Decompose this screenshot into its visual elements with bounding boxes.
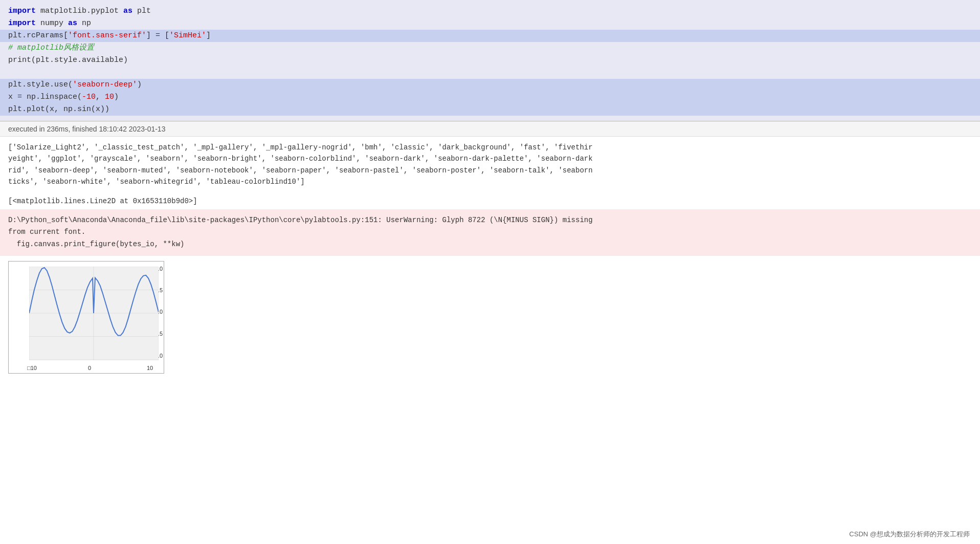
keyword-import2: import	[8, 19, 36, 28]
footer-text: CSDN @想成为数据分析师的开发工程师	[849, 530, 970, 538]
code-section: import matplotlib.pyplot as plt import n…	[0, 0, 980, 121]
num-10: 10	[105, 93, 114, 101]
styles-output: ['Solarize_Light2', '_classic_test_patch…	[0, 137, 980, 193]
chart-container: 1.0 0.5 0.0 □0.5 □1.0	[8, 261, 164, 374]
code-line-7: plt.style.use('seaborn-deep')	[0, 79, 980, 91]
sine-wave-svg	[29, 267, 159, 360]
chart-section: 1.0 0.5 0.0 □0.5 □1.0	[0, 256, 980, 384]
str-font-key: 'font.sans-serif'	[68, 31, 146, 40]
line2d-text: [<matplotlib.lines.Line2D at 0x1653110b9…	[8, 197, 197, 205]
x-label-0: 0	[88, 365, 91, 371]
footer: CSDN @想成为数据分析师的开发工程师	[849, 530, 970, 539]
code-line-2: import numpy as np	[8, 17, 972, 30]
str-seaborn-deep: 'seaborn-deep'	[73, 80, 137, 89]
x-label-10: 10	[147, 365, 153, 371]
code-line-9: plt.plot(x, np.sin(x))	[0, 103, 980, 116]
code-line-4: # matplotlib风格设置	[8, 42, 972, 54]
exec-bar: executed in 236ms, finished 18:10:42 202…	[0, 121, 980, 137]
code-line-1: import matplotlib.pyplot as plt	[8, 5, 972, 17]
warning-section: D:\Python_soft\Anaconda\Anaconda_file\li…	[0, 209, 980, 256]
keyword-as2: as	[68, 19, 77, 28]
warning-text: D:\Python_soft\Anaconda\Anaconda_file\li…	[8, 216, 593, 249]
code-line-3: plt.rcParams['font.sans-serif'] = ['SimH…	[0, 30, 980, 42]
code-line-5: print(plt.style.available)	[8, 54, 972, 67]
exec-text: executed in 236ms, finished 18:10:42 202…	[8, 125, 165, 133]
chart-inner	[29, 267, 159, 360]
code-line-empty	[8, 67, 972, 79]
keyword-import: import	[8, 7, 36, 15]
num-minus10: -10	[82, 93, 96, 101]
styles-list-text: ['Solarize_Light2', '_classic_test_patch…	[8, 143, 593, 186]
line2d-output: [<matplotlib.lines.Line2D at 0x1653110b9…	[0, 193, 980, 209]
x-label-neg10: □10	[27, 365, 37, 371]
page-container: import matplotlib.pyplot as plt import n…	[0, 0, 980, 384]
code-line-8: x = np.linspace(-10, 10)	[0, 91, 980, 103]
str-simhei: 'SimHei'	[169, 31, 206, 40]
keyword-as: as	[123, 7, 132, 15]
